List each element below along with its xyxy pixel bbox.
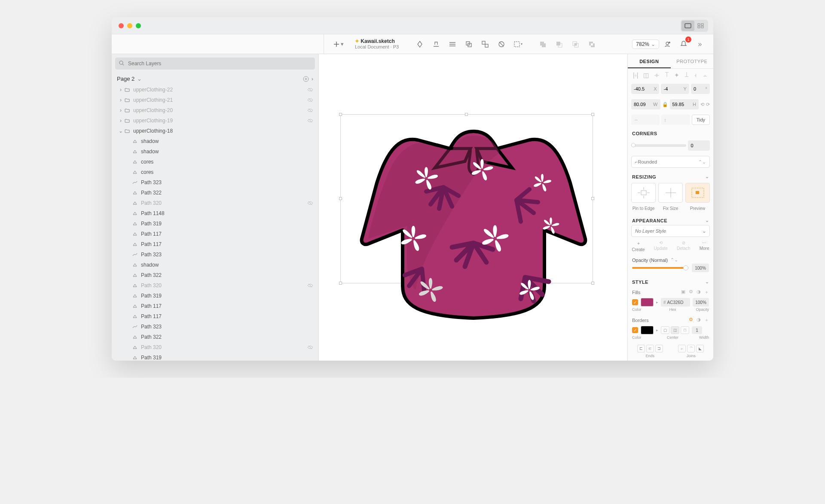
- align-left-icon[interactable]: |◦|: [633, 72, 638, 79]
- add-border-icon[interactable]: ＋: [704, 317, 709, 323]
- layer-row[interactable]: Path 117: [112, 311, 318, 322]
- layer-row[interactable]: Path 323: [112, 249, 318, 260]
- insert-button[interactable]: ▾: [331, 37, 345, 51]
- opacity-value[interactable]: 100%: [692, 264, 709, 272]
- flip-v-icon[interactable]: ⟳: [706, 102, 710, 107]
- collaborate-icon[interactable]: [660, 37, 674, 51]
- rotation-field[interactable]: °: [691, 84, 710, 94]
- x-field[interactable]: X: [631, 84, 659, 94]
- notifications-icon[interactable]: 1: [677, 37, 691, 51]
- layer-row[interactable]: ⌄upperClothing-18: [112, 126, 318, 136]
- visibility-icon[interactable]: [307, 118, 313, 123]
- layer-row[interactable]: Path 323: [112, 177, 318, 188]
- disclosure-icon[interactable]: ⌄: [118, 128, 124, 134]
- tab-prototype[interactable]: PROTOTYPE: [671, 54, 714, 68]
- border-color-swatch[interactable]: [641, 326, 654, 334]
- group-icon[interactable]: [462, 37, 476, 51]
- union-icon[interactable]: [536, 37, 550, 51]
- fill-enabled-checkbox[interactable]: ✓: [632, 299, 638, 305]
- end-round-button[interactable]: ⊂: [646, 345, 654, 352]
- layer-row[interactable]: shadow: [112, 136, 318, 146]
- canvas-view-button[interactable]: [681, 21, 694, 31]
- layer-row[interactable]: ›upperClothing-22: [112, 85, 318, 95]
- layer-row[interactable]: cores: [112, 167, 318, 177]
- layer-row[interactable]: Path 322: [112, 188, 318, 198]
- flip-h-icon[interactable]: ⟲: [700, 102, 704, 107]
- arrow-field[interactable]: ↔: [631, 115, 660, 125]
- layer-row[interactable]: shadow: [112, 146, 318, 157]
- arrow-v-field[interactable]: ↕: [661, 115, 690, 125]
- layer-style-select[interactable]: No Layer Style⌄: [631, 225, 710, 237]
- h-field[interactable]: H: [670, 99, 699, 109]
- intersect-icon[interactable]: [568, 37, 582, 51]
- zoom-control[interactable]: 782% ⌄: [632, 39, 659, 49]
- align-vcenter-icon[interactable]: ✦: [674, 72, 679, 79]
- maximize-window-button[interactable]: [136, 23, 141, 28]
- align-icon[interactable]: [429, 37, 443, 51]
- border-settings-icon[interactable]: ⚙: [689, 317, 693, 323]
- align-top-icon[interactable]: ⟙: [665, 71, 669, 79]
- canvas[interactable]: [319, 54, 627, 361]
- corner-slider[interactable]: [631, 144, 686, 147]
- layer-row[interactable]: Path 117: [112, 239, 318, 249]
- layer-row[interactable]: ›upperClothing-21: [112, 95, 318, 105]
- distribute-h-icon[interactable]: ⫞: [694, 72, 697, 79]
- subtract-icon[interactable]: [552, 37, 566, 51]
- disclosure-icon[interactable]: ›: [118, 118, 124, 124]
- visibility-icon[interactable]: [307, 98, 313, 102]
- fill-options-icon[interactable]: ▣: [681, 289, 685, 295]
- scale-icon[interactable]: ▾: [511, 37, 525, 51]
- layer-row[interactable]: Path 117: [112, 301, 318, 311]
- visibility-icon[interactable]: [307, 108, 313, 112]
- join-round-button[interactable]: ⌒: [687, 345, 695, 352]
- corner-type-select[interactable]: ⌐ Rounded⌃⌄: [631, 156, 710, 168]
- disclosure-icon[interactable]: ›: [118, 107, 124, 113]
- border-inside-button[interactable]: ▢: [661, 326, 669, 334]
- tab-design[interactable]: DESIGN: [628, 54, 671, 68]
- align-bottom-icon[interactable]: ⟘: [684, 71, 689, 79]
- align-right-icon[interactable]: ⟛: [654, 71, 659, 79]
- layer-row[interactable]: Path 320: [112, 342, 318, 352]
- add-fill-icon[interactable]: ＋: [704, 289, 709, 295]
- layer-row[interactable]: Path 319: [112, 219, 318, 229]
- visibility-icon[interactable]: [307, 283, 313, 288]
- end-butt-button[interactable]: ⊏: [637, 345, 645, 352]
- resize-handle[interactable]: [339, 113, 342, 116]
- layer-row[interactable]: Path 322: [112, 332, 318, 342]
- fill-hex-field[interactable]: #AC326D: [661, 298, 690, 307]
- w-field[interactable]: W: [631, 99, 660, 109]
- layer-row[interactable]: ›upperClothing-20: [112, 105, 318, 115]
- add-page-icon[interactable]: [303, 76, 309, 82]
- visibility-icon[interactable]: [307, 201, 313, 205]
- border-center-button[interactable]: ◫: [671, 326, 679, 334]
- overflow-icon[interactable]: »: [693, 37, 707, 51]
- corner-value[interactable]: [688, 140, 710, 151]
- page-selector[interactable]: Page 2 ⌄ ›: [112, 73, 318, 85]
- align-hcenter-icon[interactable]: ◫: [643, 72, 649, 79]
- layer-row[interactable]: Path 1148: [112, 208, 318, 219]
- more-style-button[interactable]: ⋯More: [700, 240, 709, 252]
- layer-row[interactable]: shadow: [112, 260, 318, 270]
- resize-handle[interactable]: [339, 282, 342, 285]
- layer-row[interactable]: Path 322: [112, 270, 318, 280]
- layer-row[interactable]: cores: [112, 157, 318, 167]
- layer-row[interactable]: Path 320: [112, 280, 318, 291]
- layer-row[interactable]: Path 319: [112, 291, 318, 301]
- blend-mode-select[interactable]: Opacity (Normal)⌃⌄: [628, 255, 713, 264]
- fix-size-control[interactable]: [658, 183, 683, 203]
- resize-handle[interactable]: [339, 197, 342, 200]
- y-field[interactable]: Y: [661, 84, 689, 94]
- minimize-window-button[interactable]: [127, 23, 132, 28]
- layer-row[interactable]: Path 323: [112, 322, 318, 332]
- page-nav-icon[interactable]: ›: [312, 76, 313, 82]
- components-view-button[interactable]: [694, 21, 707, 31]
- fill-color-swatch[interactable]: [641, 298, 654, 307]
- layer-row[interactable]: ›upperClothing-19: [112, 115, 318, 126]
- fill-blend-icon[interactable]: ◑: [697, 289, 701, 295]
- close-window-button[interactable]: [119, 23, 124, 28]
- pin-to-edge-control[interactable]: [631, 183, 656, 203]
- search-input[interactable]: [115, 58, 315, 70]
- tidy-button[interactable]: Tidy: [692, 115, 710, 125]
- layer-row[interactable]: Path 319: [112, 352, 318, 361]
- symbols-icon[interactable]: [413, 37, 427, 51]
